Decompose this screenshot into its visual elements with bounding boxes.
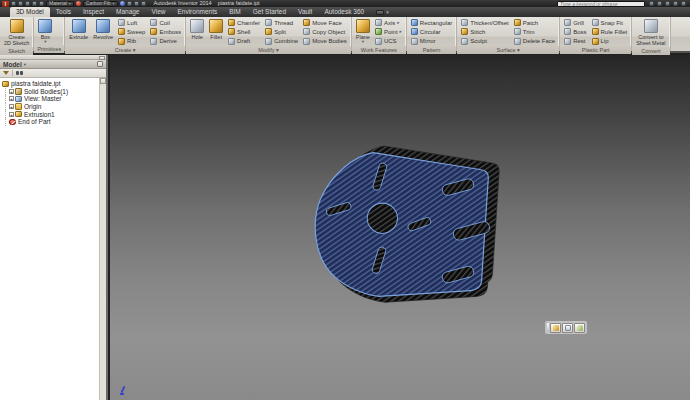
inventor-logo-icon[interactable]: I bbox=[2, 1, 9, 7]
combine-button[interactable]: Combine bbox=[263, 37, 300, 46]
appearance-sphere-icon[interactable] bbox=[120, 1, 125, 6]
rectangular-pattern-button[interactable]: Rectangular bbox=[409, 18, 454, 27]
material-dropdown[interactable]: Material ▾ bbox=[46, 1, 74, 7]
sculpt-button[interactable]: Sculpt bbox=[459, 37, 511, 46]
copy-object-button[interactable]: Copy Object bbox=[301, 27, 349, 36]
tab-get-started[interactable]: Get Started bbox=[247, 7, 292, 17]
tree-item-view-master[interactable]: +View: Master bbox=[2, 95, 106, 103]
ribbon-display-options[interactable]: ▾ bbox=[376, 7, 389, 17]
snap-fit-button[interactable]: Snap Fit bbox=[590, 18, 630, 27]
appearance-dropdown[interactable]: Carbon Fib ▾ bbox=[83, 1, 118, 7]
tree-item-end-of-part[interactable]: End of Part bbox=[2, 118, 106, 126]
work-point-button[interactable]: Point▸ bbox=[373, 27, 404, 36]
create-2d-sketch-button[interactable]: Create 2D Sketch bbox=[2, 18, 31, 47]
browser-scroll-nub[interactable] bbox=[99, 56, 105, 60]
tab-bim[interactable]: BIM bbox=[223, 7, 247, 17]
tab-manage[interactable]: Manage bbox=[110, 7, 146, 17]
group-label[interactable]: Primitives bbox=[34, 45, 64, 53]
revolve-button[interactable]: Revolve bbox=[91, 18, 115, 41]
edit-sketch-button[interactable] bbox=[550, 323, 561, 333]
edit-feature-button[interactable] bbox=[562, 323, 573, 333]
parameters-icon[interactable] bbox=[134, 1, 139, 6]
group-label[interactable]: Convert bbox=[632, 47, 669, 55]
boss-button[interactable]: Boss bbox=[562, 27, 588, 36]
group-label[interactable]: Modify ▾ bbox=[186, 46, 351, 54]
search-icon[interactable] bbox=[649, 1, 654, 6]
measure-icon[interactable] bbox=[141, 1, 146, 6]
group-label[interactable]: Plastic Part bbox=[560, 46, 631, 54]
browser-header[interactable]: Model ▾ bbox=[0, 60, 106, 69]
expand-icon[interactable]: + bbox=[9, 104, 14, 109]
group-label[interactable]: Sketch bbox=[0, 47, 33, 55]
options-button[interactable] bbox=[574, 323, 585, 333]
thread-button[interactable]: Thread bbox=[263, 18, 300, 27]
mini-toolbar-grip[interactable] bbox=[547, 323, 549, 332]
thicken-offset-button[interactable]: Thicken/Offset bbox=[459, 18, 511, 27]
tab-vault[interactable]: Vault bbox=[292, 7, 318, 17]
group-label[interactable]: Surface ▾ bbox=[457, 46, 559, 54]
emboss-button[interactable]: Emboss bbox=[148, 27, 183, 36]
sign-in-icon[interactable] bbox=[657, 1, 662, 6]
tab-autodesk-360[interactable]: Autodesk 360 bbox=[318, 7, 370, 17]
expand-icon[interactable]: + bbox=[9, 89, 14, 94]
split-button[interactable]: Split bbox=[263, 27, 300, 36]
ucs-button[interactable]: UCS bbox=[373, 37, 404, 46]
favorites-icon[interactable] bbox=[673, 1, 678, 6]
delete-face-button[interactable]: Delete Face bbox=[512, 37, 557, 46]
tab-inspect[interactable]: Inspect bbox=[77, 7, 110, 17]
chamfer-button[interactable]: Chamfer bbox=[226, 18, 262, 27]
derive-button[interactable]: Derive bbox=[148, 37, 183, 46]
scroll-up-icon[interactable] bbox=[100, 78, 106, 84]
exchange-apps-icon[interactable] bbox=[665, 1, 670, 6]
search-input[interactable]: Type a keyword or phrase bbox=[557, 1, 645, 7]
undo-icon[interactable] bbox=[25, 1, 30, 6]
move-face-button[interactable]: Move Face bbox=[301, 18, 349, 27]
center-hole[interactable] bbox=[367, 203, 397, 233]
material-sphere-icon[interactable] bbox=[76, 1, 81, 6]
convert-to-sheet-metal-button[interactable]: Convert to Sheet Metal bbox=[634, 18, 667, 47]
fillet-button[interactable]: Fillet bbox=[207, 18, 225, 41]
group-label[interactable]: Pattern bbox=[407, 46, 456, 54]
update-icon[interactable] bbox=[39, 1, 44, 6]
tab-3d-model[interactable]: 3D Model bbox=[10, 7, 50, 17]
expand-icon[interactable]: + bbox=[9, 96, 14, 101]
browser-scrollbar[interactable] bbox=[99, 78, 106, 400]
pushpin-icon[interactable] bbox=[97, 61, 103, 67]
rest-button[interactable]: Rest bbox=[562, 37, 588, 46]
tab-view[interactable]: View bbox=[145, 7, 171, 17]
shell-button[interactable]: Shell bbox=[226, 27, 262, 36]
group-label[interactable]: Create ▾ bbox=[65, 46, 185, 54]
mirror-pattern-button[interactable]: Mirror bbox=[409, 37, 454, 46]
rib-button[interactable]: Rib bbox=[116, 37, 147, 46]
save-icon[interactable] bbox=[18, 1, 23, 6]
work-axis-button[interactable]: Axis▸ bbox=[373, 18, 404, 27]
sweep-button[interactable]: Sweep bbox=[116, 27, 147, 36]
group-label[interactable]: Work Features bbox=[352, 46, 406, 54]
draft-button[interactable]: Draft bbox=[226, 37, 262, 46]
tree-item-solid-bodies-1-[interactable]: +Solid Bodies(1) bbox=[2, 88, 106, 96]
tree-item-extrusion1[interactable]: +Extrusion1 bbox=[2, 110, 106, 118]
grill-button[interactable]: Grill bbox=[562, 18, 588, 27]
lip-button[interactable]: Lip bbox=[590, 37, 630, 46]
help-icon[interactable] bbox=[681, 1, 686, 6]
part-piastra-faidate[interactable] bbox=[110, 55, 690, 400]
tab-tools[interactable]: Tools bbox=[50, 7, 77, 17]
adjust-icon[interactable] bbox=[127, 1, 132, 6]
filter-icon[interactable] bbox=[3, 71, 9, 75]
work-plane-button[interactable]: Plane▾ bbox=[354, 18, 372, 45]
hole-button[interactable]: Hole bbox=[188, 18, 206, 41]
trim-button[interactable]: Trim bbox=[512, 27, 557, 36]
patch-button[interactable]: Patch bbox=[512, 18, 557, 27]
graphics-viewport[interactable] bbox=[110, 55, 690, 400]
extrude-button[interactable]: Extrude bbox=[67, 18, 90, 41]
coil-button[interactable]: Coil bbox=[148, 18, 183, 27]
tree-item-piastra-faidate-ipt[interactable]: piastra faidate.ipt bbox=[2, 80, 106, 88]
redo-icon[interactable] bbox=[32, 1, 37, 6]
circular-pattern-button[interactable]: Circular bbox=[409, 27, 454, 36]
tree-item-origin[interactable]: +Origin bbox=[2, 103, 106, 111]
expand-icon[interactable]: + bbox=[9, 112, 14, 117]
rule-fillet-button[interactable]: Rule Fillet bbox=[590, 27, 630, 36]
new-file-icon[interactable] bbox=[11, 1, 16, 6]
find-icon[interactable] bbox=[16, 71, 23, 75]
stitch-button[interactable]: Stitch bbox=[459, 27, 511, 36]
